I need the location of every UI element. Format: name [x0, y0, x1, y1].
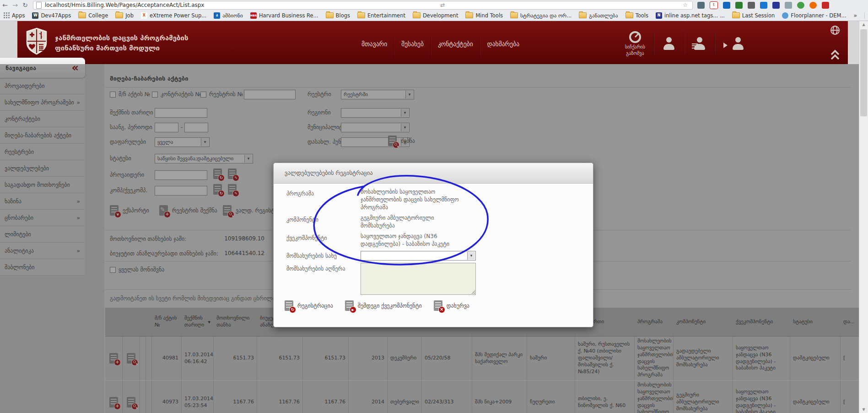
nav-contacts[interactable]: კონტაქტები [431, 37, 480, 57]
bookmark[interactable]: Development [413, 12, 458, 19]
forward-button[interactable] [10, 0, 20, 10]
bookmark-label: განათლება [589, 12, 618, 19]
main-nav: მთავარი შესახებ კონტაქტები დახმარება [355, 37, 526, 57]
dialog-buttons: რეგისტრაცია შემდეგი ქვეკომპონენტი დახურვ… [285, 300, 469, 311]
folder-icon [78, 12, 86, 18]
extension-icon-orange[interactable] [809, 2, 817, 9]
reload-button[interactable] [20, 0, 30, 10]
extension-icon-tv[interactable] [697, 2, 705, 9]
hbr-icon: HBR [250, 12, 257, 19]
close-badge-icon [438, 306, 445, 313]
folder-icon [357, 12, 365, 18]
bookmark[interactable]: Blogs [326, 12, 350, 19]
bookmark-label: Tools [636, 12, 648, 19]
url-text: localhost/Hmis.Billing.Web/Pages/Accepta… [45, 2, 204, 8]
folder-icon [413, 12, 421, 18]
apps-shortcut[interactable]: Apps [4, 12, 25, 19]
back-button[interactable] [0, 0, 10, 10]
extension-icon-pin[interactable] [797, 2, 804, 9]
bookmark[interactable]: Ninline asp.net tags... ... [656, 12, 725, 19]
bookmark-label: სტრატეგია და ორ... [520, 12, 571, 19]
extension-icon-cloud[interactable] [785, 2, 792, 9]
bookmark-label: inline asp.net tags... ... [664, 12, 725, 19]
bookmark[interactable]: WDev47Apps [32, 12, 71, 19]
bookmark[interactable]: College [78, 12, 108, 19]
collapse-header-chevrons-icon[interactable] [830, 49, 840, 60]
extension-icon-dots[interactable] [748, 2, 755, 9]
scroll-up-icon[interactable]: ▲ [859, 22, 868, 27]
folder-icon [625, 12, 633, 18]
bookmark[interactable]: Last Session [732, 12, 775, 19]
logout-button[interactable] [723, 37, 745, 50]
program-value: მოსახლეობის საყოველთაო ჯანმრთელობის დაცვ… [361, 188, 459, 212]
obligations-registration-dialog: ვალდებულებების რეგისტრაცია პროგრამა მოსა… [273, 163, 593, 327]
extension-icon-indigo[interactable] [772, 2, 780, 9]
next-subcomponent-button[interactable]: შემდეგი ქვეკომპონენტი [345, 300, 422, 311]
bookmark[interactable]: XeXtreme Power Sup... [141, 12, 206, 19]
nav-help[interactable]: დახმარება [480, 37, 526, 57]
document-icon [285, 300, 293, 311]
nav-about[interactable]: შესახებ [394, 37, 431, 57]
bookmark[interactable]: განათლება [579, 12, 618, 19]
extension-icon-red[interactable] [822, 2, 829, 9]
bookmark[interactable]: Entertainment [357, 12, 405, 19]
extension-icon-blue[interactable] [723, 2, 730, 9]
browser-window: localhost/Hmis.Billing.Web/Pages/Accepta… [0, 0, 868, 413]
subcomponent-label: ქვეკომპონენტი [286, 235, 327, 241]
list-lines-icon [692, 43, 698, 49]
folder-icon [326, 12, 334, 18]
close-label: დახურვა [447, 303, 469, 309]
service-description-textarea[interactable] [361, 263, 476, 295]
bookmark-label: Dev47Apps [41, 12, 71, 19]
app-logo [26, 27, 48, 55]
user-list-button[interactable] [693, 37, 706, 50]
folder-icon [115, 12, 123, 18]
bookmark-label: Apps [12, 12, 25, 19]
close-button[interactable]: დახურვა [434, 300, 469, 311]
extension-icon-green-arrows[interactable] [735, 2, 743, 9]
other-bookmarks[interactable]: Other bookmarks [864, 12, 868, 19]
bookmark[interactable]: Floorplanner - DEM... [782, 12, 846, 19]
scroll-down-icon[interactable]: ▼ [859, 408, 868, 412]
component-value: გეგმიური ამბულატორიული მომსახურება [361, 214, 459, 230]
bookmark[interactable]: HBRHarvard Business Re... [250, 12, 318, 19]
document-icon [345, 300, 354, 311]
bookmark[interactable]: სტრატეგია და ორ... [510, 12, 571, 19]
bookmark-star-icon[interactable] [681, 2, 690, 8]
nav-home[interactable]: მთავარი [355, 37, 394, 57]
bookmark[interactable]: აამბიონი [214, 12, 243, 19]
divider [684, 33, 685, 54]
bookmark[interactable]: Tools [625, 12, 648, 19]
extension-icon-grid[interactable] [760, 2, 767, 9]
register-button[interactable]: რეგისტრაცია [285, 300, 333, 311]
header-icon-group: სიჩქარის გაზომვა [625, 30, 745, 57]
url-bar[interactable]: localhost/Hmis.Billing.Web/Pages/Accepta… [33, 1, 693, 10]
scrollbar[interactable]: ▲ ▼ [859, 21, 868, 413]
next-subcomponent-label: შემდეგი ქვეკომპონენტი [358, 303, 422, 309]
bookmarks-overflow-chevron[interactable] [853, 12, 857, 19]
extension-icon-t[interactable]: t [710, 1, 718, 9]
service-type-select[interactable] [361, 251, 476, 261]
bookmark-label: College [88, 12, 108, 19]
divider [653, 33, 654, 54]
bookmark[interactable]: Mind Tools [465, 12, 503, 19]
scrollbar-thumb[interactable] [860, 29, 867, 116]
app-title-line2: ფინანსური მართვის მოდული [55, 43, 188, 53]
bookmark-label: eXtreme Power Sup... [150, 12, 206, 19]
bookmark-label: Entertainment [367, 12, 405, 19]
speed-test-button[interactable]: სიჩქარის გაზომვა [625, 30, 645, 57]
user-profile-icon[interactable] [662, 37, 676, 50]
translate-icon[interactable] [438, 2, 447, 8]
globe-icon[interactable] [830, 25, 841, 36]
extension-icons: t [697, 1, 829, 9]
service-description-label: მომსახურების აღწერა [286, 266, 345, 272]
next-arrow-badge-icon [350, 306, 356, 313]
user-icon [731, 37, 745, 50]
service-type-label: მომსახურების სახე [286, 253, 337, 259]
speed-label-2: გაზომვა [626, 50, 644, 57]
bookmarks-bar: Apps WDev47Apps College Job XeXtreme Pow… [0, 10, 868, 21]
bookmark[interactable]: Job [115, 12, 134, 19]
app-title-line1: ჯანმრთელობის დაცვის პროგრამების [55, 33, 188, 43]
document-icon [434, 300, 442, 311]
speed-label-1: სიჩქარის [625, 44, 645, 50]
